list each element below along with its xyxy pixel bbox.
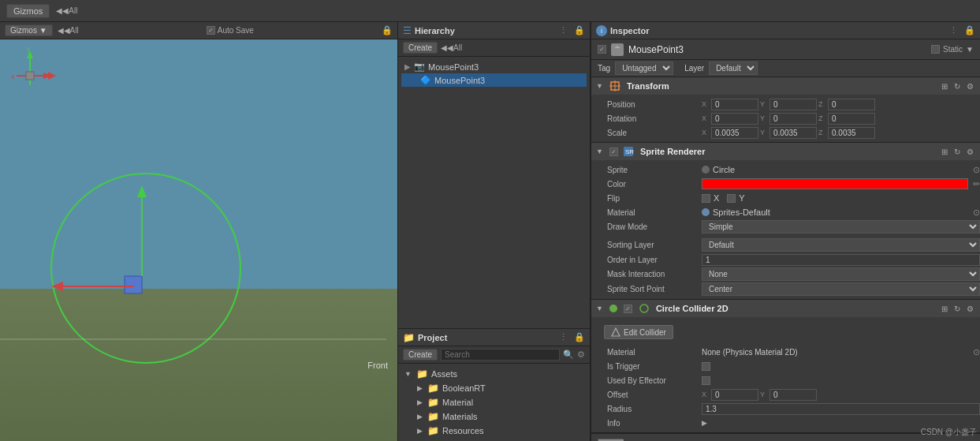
- project-create-btn[interactable]: Create: [403, 349, 438, 361]
- object-name-label: MousePoint3: [628, 44, 684, 55]
- project-content[interactable]: ▼ 📁 Assets ▶ 📁 BooleanRT ▶ 📁 Material: [398, 364, 590, 441]
- color-picker-block[interactable]: [702, 178, 968, 189]
- cc-icon-btn1[interactable]: ⊞: [940, 305, 949, 313]
- sprite-picker-icon[interactable]: ⊙: [973, 165, 980, 175]
- order-layer-field[interactable]: [702, 254, 980, 266]
- edit-collider-btn[interactable]: Edit Collider: [604, 325, 673, 339]
- top-toolbar: Gizmos ◀◀All: [0, 0, 980, 22]
- auto-save-checkbox[interactable]: [207, 26, 215, 35]
- project-folder-assets[interactable]: ▼ 📁 Assets: [401, 367, 587, 381]
- sr-material-value-label: Sprites-Default: [713, 207, 770, 217]
- object-active-checkbox[interactable]: [598, 45, 606, 54]
- cc-enabled-checkbox[interactable]: [624, 305, 632, 313]
- rx-label: X: [702, 114, 710, 122]
- project-lock[interactable]: 🔒: [574, 332, 585, 342]
- lock-icon[interactable]: 🔒: [382, 25, 393, 36]
- hierarchy-create-btn[interactable]: Create: [403, 42, 438, 54]
- project-toolbar: Create 🔍 ⚙: [398, 346, 590, 364]
- project-menu[interactable]: ⋮: [559, 332, 568, 342]
- project-search-input[interactable]: [441, 349, 560, 361]
- flip-y-checkbox[interactable]: [727, 194, 736, 203]
- position-z-field[interactable]: [828, 99, 875, 110]
- sorting-layer-select[interactable]: Default: [702, 238, 980, 252]
- transform-body: Position X Y Z Rotation: [591, 95, 980, 142]
- flip-x-checkbox[interactable]: [702, 194, 710, 203]
- hierarchy-lock[interactable]: 🔒: [574, 25, 585, 36]
- scale-x-field[interactable]: [711, 127, 758, 139]
- is-trigger-checkbox[interactable]: [702, 362, 710, 371]
- scale-z-field[interactable]: [828, 127, 875, 139]
- cc-icon-btn2[interactable]: ↻: [952, 305, 962, 313]
- radius-field[interactable]: [702, 403, 980, 415]
- sr-icon-btn2[interactable]: ↻: [952, 148, 962, 156]
- scale-y-field[interactable]: [769, 127, 817, 139]
- hierarchy-menu[interactable]: ⋮: [559, 25, 568, 36]
- rotation-z-field[interactable]: [828, 113, 875, 125]
- sprite-icon: [702, 166, 710, 174]
- cc-material-label: Material: [591, 348, 702, 357]
- inspector-menu[interactable]: ⋮: [949, 25, 958, 36]
- project-settings-icon[interactable]: ⚙: [577, 349, 585, 360]
- position-y-field[interactable]: [769, 99, 817, 110]
- cc-material-picker-icon[interactable]: ⊙: [973, 347, 980, 357]
- gizmos-dropdown[interactable]: Gizmos ▼: [5, 24, 53, 36]
- offset-x-field[interactable]: [711, 389, 758, 401]
- project-folder-material[interactable]: ▶ 📁 Material: [401, 395, 587, 409]
- flip-value: X Y: [702, 193, 980, 203]
- transform-icon-btn1[interactable]: ⊞: [940, 82, 949, 91]
- draw-mode-value: Simple: [702, 220, 980, 234]
- info-collapse-arrow[interactable]: ▶: [702, 419, 707, 427]
- used-by-effector-checkbox[interactable]: [702, 376, 710, 385]
- inspector-lock[interactable]: 🔒: [964, 25, 975, 36]
- project-folder-booleanrt[interactable]: ▶ 📁 BooleanRT: [401, 381, 587, 395]
- sr-enabled-checkbox[interactable]: [609, 148, 618, 156]
- project-folder-resources[interactable]: ▶ 📁 Resources: [401, 424, 587, 438]
- sprite-renderer-header[interactable]: ▼ SR Sprite Renderer ⊞ ↻ ⚙: [591, 143, 980, 160]
- is-trigger-label: Is Trigger: [591, 362, 702, 371]
- hierarchy-icon: ☰: [403, 25, 412, 36]
- transform-header[interactable]: ▼ Transform ⊞ ↻ ⚙: [591, 77, 980, 95]
- folder-icon-3: 📁: [427, 397, 439, 408]
- flip-x-label: X: [714, 193, 719, 203]
- transform-icon-btn3[interactable]: ⚙: [965, 82, 975, 91]
- rotation-x-field[interactable]: [711, 113, 758, 125]
- svg-text:SR: SR: [625, 148, 634, 155]
- static-checkbox[interactable]: [931, 45, 940, 54]
- hierarchy-item-mousepoint3[interactable]: 🔷 MousePoint3: [401, 73, 587, 87]
- cc-icon-btn3[interactable]: ⚙: [965, 305, 975, 313]
- mask-interaction-select[interactable]: None: [702, 267, 980, 281]
- scene-canvas: x Y Front: [0, 39, 397, 441]
- material-picker-icon[interactable]: ⊙: [973, 207, 980, 218]
- transform-icon-btn2[interactable]: ↻: [952, 82, 962, 91]
- tag-select[interactable]: Untagged: [615, 62, 673, 75]
- layer-select[interactable]: Default: [709, 62, 758, 75]
- sorting-layer-label: Sorting Layer: [591, 241, 702, 249]
- cc-collapse-arrow: ▼: [596, 305, 603, 312]
- color-row: Color ✏: [591, 177, 980, 191]
- rotation-y-field[interactable]: [769, 113, 817, 125]
- gizmo-axes: x Y: [5, 46, 56, 99]
- hierarchy-item-root[interactable]: ▶ 📷 MousePoint3: [401, 60, 587, 73]
- static-dropdown[interactable]: ▼: [966, 45, 974, 54]
- scale-label: Scale: [591, 129, 702, 137]
- sprite-sort-point-select[interactable]: Center: [702, 282, 980, 296]
- sr-icon-btn3[interactable]: ⚙: [965, 148, 975, 156]
- project-folder-materials[interactable]: ▶ 📁 Materials: [401, 409, 587, 424]
- offset-y-field[interactable]: [769, 389, 817, 401]
- auto-save-label: Auto Save: [207, 26, 254, 35]
- color-eyedropper-icon[interactable]: ✏: [973, 179, 980, 189]
- sr-icon-btn1[interactable]: ⊞: [940, 148, 949, 156]
- draw-mode-select[interactable]: Simple: [702, 220, 980, 234]
- project-search-icon[interactable]: 🔍: [563, 349, 574, 360]
- mask-interaction-label: Mask Interaction: [591, 270, 702, 278]
- gizmos-button[interactable]: Gizmos: [6, 4, 50, 18]
- hierarchy-content[interactable]: ▶ 📷 MousePoint3 🔷 MousePoint3: [398, 57, 590, 328]
- sx-label: X: [702, 129, 710, 136]
- transform-icon: [609, 80, 620, 92]
- position-x-field[interactable]: [711, 99, 758, 110]
- circle-collider-header[interactable]: ▼ Circle Collider 2D ⊞ ↻ ⚙: [591, 300, 980, 317]
- folder-icon-4: 📁: [427, 411, 439, 422]
- sr-body: Sprite Circle ⊙ Color ✏: [591, 160, 980, 299]
- tag-text-label: Tag: [598, 64, 610, 73]
- svg-rect-13: [26, 72, 34, 80]
